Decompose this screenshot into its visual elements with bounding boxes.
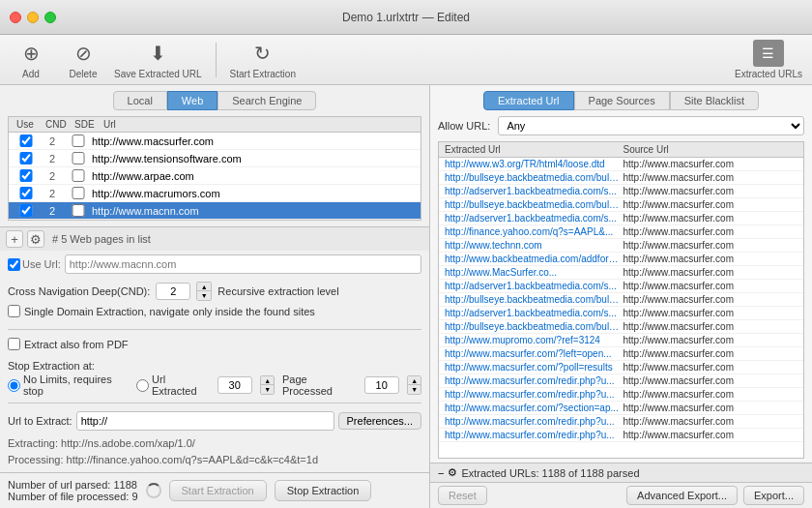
ext-url-cell: http://www.macsurfer.com/?section=ap... [443,403,622,413]
left-panel: Local Web Search Engine Use CND SDE Url … [0,85,430,508]
ext-url-cell: http://adserver1.backbeatmedia.com/s... [443,186,622,196]
fullscreen-button[interactable] [44,12,56,23]
url-use-checkbox[interactable] [19,134,33,147]
ext-source-cell: http://www.macsurfer.com [622,389,800,400]
page-up[interactable]: ▲ [408,376,421,385]
url-list-row[interactable]: 2 http://www.macnn.com [9,202,420,220]
export-button[interactable]: Export... [743,486,804,505]
col-source-header: Source Url [622,144,800,155]
url-sde-checkbox[interactable] [72,204,85,217]
loading-spinner [146,483,161,498]
url-sde-checkbox[interactable] [72,169,85,182]
bottom-bar: Number of url parsed: 1188 Number of fil… [0,472,429,508]
no-limits-radio[interactable] [8,379,20,392]
page-processed-input[interactable] [364,376,399,394]
extract-pdf-checkbox[interactable] [8,338,20,350]
ext-table-row[interactable]: http://adserver1.backbeatmedia.com/s... … [439,212,803,225]
tab-web[interactable]: Web [167,91,218,110]
reset-button[interactable]: Reset [438,486,487,505]
stop-extraction-button[interactable]: Stop Extraction [275,480,372,501]
ext-url-cell: http://adserver1.backbeatmedia.com/s... [443,281,622,291]
url-list-row[interactable]: 2 http://www.macrumors.com [9,185,420,202]
add-button[interactable]: ⊕ Add [10,40,52,79]
tab-page-sources[interactable]: Page Sources [574,91,670,110]
ext-table-row[interactable]: http://www.technn.com http://www.macsurf… [439,239,803,253]
url-list-row[interactable]: 2 http://www.tensionsoftware.com [9,150,420,167]
gear-icon[interactable]: ⚙ [448,466,457,479]
ext-source-cell: http://www.macsurfer.com [622,308,800,318]
tab-local[interactable]: Local [113,91,167,110]
url-use-checkbox[interactable] [19,169,33,182]
single-domain-row: Single Domain Extraction, navigate only … [8,305,421,317]
add-url-button[interactable]: + [6,230,23,248]
ext-table-row[interactable]: http://www.macsurfer.com/?section=ap... … [439,402,803,415]
url-to-extract-label: Url to Extract: [8,415,72,427]
tab-search-engine[interactable]: Search Engine [218,91,316,110]
url-list-row[interactable]: 2 http://www.macsurfer.com [9,133,420,150]
ext-url-cell: http://bullseye.backbeatmedia.com/bull..… [443,321,622,332]
url-use-checkbox[interactable] [19,152,33,164]
single-domain-checkbox[interactable] [8,305,20,317]
url-extracted-input[interactable] [218,376,252,394]
ext-table-row[interactable]: http://adserver1.backbeatmedia.com/s... … [439,307,803,320]
url-value: http://www.tensionsoftware.com [92,153,417,164]
page-down[interactable]: ▼ [408,385,421,394]
save-button[interactable]: ⬇ Save Extracted URL [114,40,202,79]
start-extraction-button[interactable]: Start Extraction [169,480,267,501]
ext-table-row[interactable]: http://bullseye.backbeatmedia.com/bull..… [439,171,803,185]
advanced-export-button[interactable]: Advanced Export... [626,486,738,505]
ext-table-row[interactable]: http://www.w3.org/TR/html4/loose.dtd htt… [439,158,803,171]
ext-table-row[interactable]: http://bullseye.backbeatmedia.com/bull..… [439,198,803,212]
delete-button[interactable]: ⊘ Delete [62,40,104,79]
minimize-button[interactable] [27,12,39,23]
url-extracted-up[interactable]: ▲ [261,376,275,385]
ext-table-row[interactable]: http://adserver1.backbeatmedia.com/s... … [439,280,803,293]
use-url-input[interactable] [65,254,421,274]
url-use-checkbox[interactable] [19,204,33,217]
ext-table-row[interactable]: http://www.macsurfer.com/?poll=results h… [439,361,803,374]
ext-table-row[interactable]: http://www.MacSurfer.co... http://www.ma… [439,266,803,280]
use-url-checkbox[interactable] [8,258,20,271]
cross-nav-input[interactable] [156,283,190,300]
url-sde-checkbox[interactable] [72,187,85,199]
ext-table-row[interactable]: http://www.macsurfer.com/redir.php?u... … [439,388,803,402]
ext-table-row[interactable]: http://bullseye.backbeatmedia.com/bull..… [439,320,803,334]
section-divider-1 [8,329,421,330]
allow-url-select[interactable]: Any [498,116,804,135]
url-extracted-radio[interactable] [136,379,149,392]
ext-table-row[interactable]: http://www.macsurfer.com/redir.php?u... … [439,415,803,429]
list-settings-button[interactable]: ⚙ [27,230,44,248]
url-extracted-stepper[interactable]: ▲ ▼ [260,375,275,395]
ext-table-row[interactable]: http://www.macsurfer.com/?left=open... h… [439,347,803,361]
url-to-extract-input[interactable] [76,411,334,431]
tab-extracted-url[interactable]: Extracted Url [483,91,574,110]
ext-table-row[interactable]: http://bullseye.backbeatmedia.com/bull..… [439,293,803,307]
title-bar: Demo 1.urlxtrtr — Edited [0,0,812,35]
ext-url-cell: http://bullseye.backbeatmedia.com/bull..… [443,294,622,305]
ext-table-row[interactable]: http://www.backbeatmedia.com/addfors... … [439,253,803,266]
stepper-down[interactable]: ▼ [197,291,211,300]
stepper-up[interactable]: ▲ [197,283,211,291]
ext-table-row[interactable]: http://finance.yahoo.com/q?s=AAPL&... ht… [439,225,803,239]
cross-nav-stepper[interactable]: ▲ ▼ [196,282,212,301]
url-sde-checkbox[interactable] [72,134,85,147]
ext-table-row[interactable]: http://www.mupromo.com/?ref=3124 http://… [439,334,803,347]
start-extraction-button[interactable]: ↻ Start Extraction [230,40,296,79]
use-url-checkbox-label: Use Url: [8,258,61,271]
url-extracted-down[interactable]: ▼ [261,385,275,394]
preferences-button[interactable]: Preferences... [338,412,421,430]
url-value: http://www.macnn.com [92,205,417,217]
toolbar-separator [216,43,217,77]
page-processed-stepper[interactable]: ▲ ▼ [407,375,421,395]
url-list-row[interactable]: 2 http://www.arpae.com [9,167,420,185]
ext-table-row[interactable]: http://www.macsurfer.com/redir.php?u... … [439,374,803,388]
ext-table-row[interactable]: http://www.macsurfer.com/redir.php?u... … [439,429,803,442]
extracted-urls-button[interactable]: ☰ Extracted URLs [735,40,802,79]
ext-url-cell: http://www.macsurfer.com/redir.php?u... [443,416,622,427]
url-use-checkbox[interactable] [19,187,33,199]
url-cnd-value: 2 [40,205,65,217]
tab-site-blacklist[interactable]: Site Blacklist [670,91,759,110]
ext-table-row[interactable]: http://adserver1.backbeatmedia.com/s... … [439,185,803,198]
close-button[interactable] [10,12,21,23]
url-sde-checkbox[interactable] [72,152,85,164]
